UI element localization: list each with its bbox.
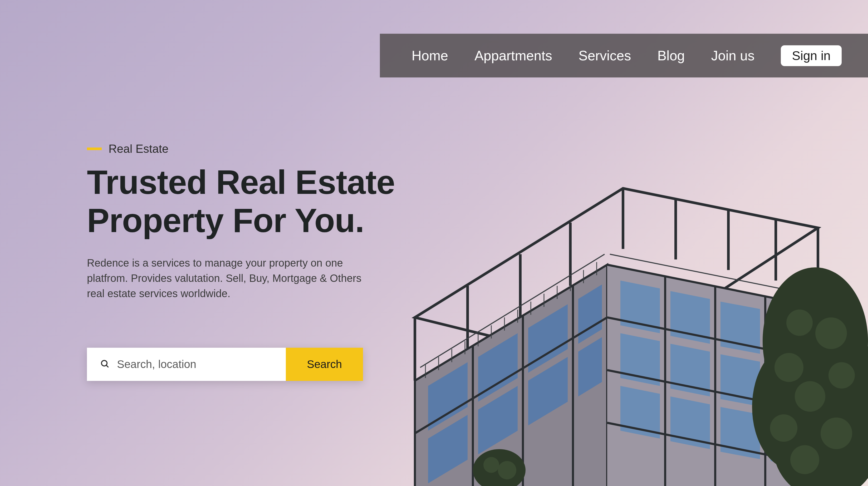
- eyebrow-accent-line: [87, 148, 102, 150]
- svg-point-23: [770, 414, 797, 442]
- svg-point-18: [786, 309, 813, 336]
- search-bar: Search: [87, 348, 363, 381]
- nav-services[interactable]: Services: [579, 48, 631, 63]
- tree-decoration-left: [473, 433, 526, 486]
- eyebrow: Real Estate: [87, 142, 456, 155]
- nav-blog[interactable]: Blog: [657, 48, 685, 63]
- hero-title: Trusted Real Estate Property For You.: [87, 163, 456, 239]
- search-input[interactable]: [117, 358, 273, 371]
- svg-point-19: [815, 317, 847, 349]
- nav-home[interactable]: Home: [411, 48, 448, 63]
- search-input-container: [87, 348, 286, 381]
- svg-point-27: [484, 457, 499, 473]
- main-navigation: Home Appartments Services Blog Join us S…: [380, 34, 868, 78]
- nav-join-us[interactable]: Join us: [711, 48, 754, 63]
- search-icon: [100, 359, 110, 370]
- svg-point-29: [101, 360, 107, 366]
- signin-button[interactable]: Sign in: [781, 45, 842, 66]
- nav-appartments[interactable]: Appartments: [474, 48, 552, 63]
- svg-point-24: [820, 418, 852, 449]
- svg-line-30: [106, 365, 108, 367]
- search-button[interactable]: Search: [286, 348, 363, 381]
- svg-point-20: [774, 353, 803, 382]
- svg-point-22: [795, 381, 825, 412]
- svg-point-21: [829, 362, 855, 389]
- hero-section: Real Estate Trusted Real Estate Property…: [87, 142, 456, 301]
- eyebrow-text: Real Estate: [108, 142, 168, 155]
- tree-decoration-right: [742, 249, 868, 486]
- svg-point-25: [790, 445, 819, 474]
- hero-description: Redence is a services to manage your pro…: [87, 255, 364, 301]
- svg-point-28: [498, 461, 516, 479]
